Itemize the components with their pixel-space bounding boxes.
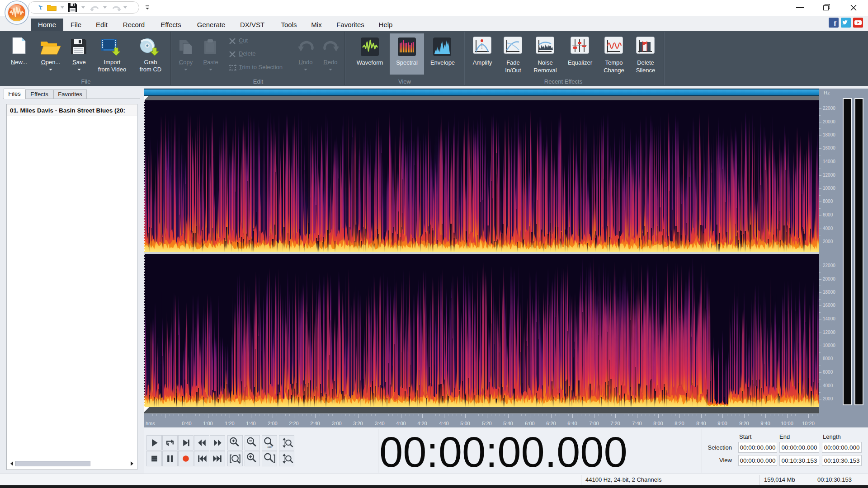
svg-text:100: 100 (267, 446, 272, 448)
svg-text:f: f (834, 19, 836, 28)
